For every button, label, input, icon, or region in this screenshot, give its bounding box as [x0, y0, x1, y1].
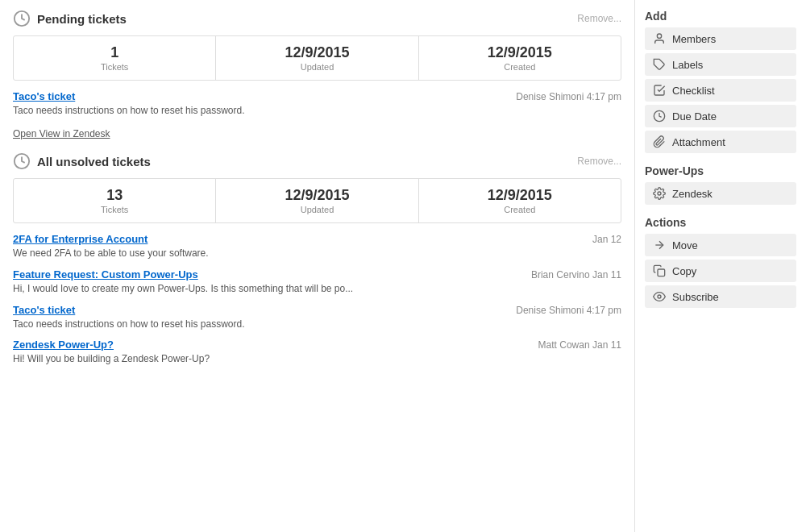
unsolved-ticket-2: Taco's ticket Denise Shimoni 4:17 pm Tac…: [13, 304, 621, 331]
paperclip-icon: [653, 135, 666, 148]
unsolved-ticket-2-desc: Taco needs instructions on how to reset …: [13, 318, 569, 331]
pending-stats-row: 1 Tickets 12/9/2015 Updated 12/9/2015 Cr…: [13, 35, 621, 81]
gear-icon: [653, 187, 666, 200]
pending-tickets-value: 1: [20, 44, 209, 62]
add-attachment-button[interactable]: Attachment: [645, 131, 796, 153]
unsolved-icon: [13, 152, 31, 170]
pending-stat-updated: 12/9/2015 Updated: [216, 36, 418, 80]
pending-title: Pending tickets: [37, 12, 577, 26]
unsolved-ticket-3: Zendesk Power-Up? Matt Cowan Jan 11 Hi! …: [13, 339, 621, 366]
pending-tickets-label: Tickets: [20, 62, 209, 72]
actions-subscribe-button[interactable]: Subscribe: [645, 285, 796, 308]
add-due-date-button[interactable]: Due Date: [645, 105, 796, 127]
svg-point-2: [657, 34, 661, 38]
unsolved-ticket-3-meta: Matt Cowan Jan 11: [538, 339, 621, 351]
powerups-section-title: Power-Ups: [645, 164, 796, 177]
add-due-date-label: Due Date: [672, 110, 717, 123]
pending-section-header: Pending tickets Remove...: [13, 10, 621, 27]
unsolved-tickets-value: 13: [20, 187, 209, 205]
unsolved-updated-value: 12/9/2015: [222, 187, 411, 205]
pending-created-value: 12/9/2015: [426, 44, 614, 62]
open-view-link[interactable]: Open View in Zendesk: [13, 128, 110, 139]
powerups-zendesk-button[interactable]: Zendesk: [645, 182, 796, 205]
pending-ticket-0-desc: Taco needs instructions on how to reset …: [13, 104, 569, 118]
clock-icon: [653, 110, 666, 123]
unsolved-stat-tickets: 13 Tickets: [14, 179, 216, 222]
svg-rect-7: [658, 269, 665, 276]
unsolved-remove-link[interactable]: Remove...: [577, 156, 621, 167]
unsolved-ticket-1-desc: Hi, I would love to create my own Power-…: [13, 282, 569, 296]
pending-icon: [13, 10, 31, 27]
arrow-icon: [653, 239, 666, 251]
actions-section-title: Actions: [645, 216, 796, 229]
sidebar: Add Members Labels Checklist Due Date: [635, 0, 806, 532]
copy-icon: [653, 264, 666, 277]
add-attachment-label: Attachment: [672, 136, 725, 148]
checklist-icon: [653, 84, 666, 97]
unsolved-ticket-0: 2FA for Enterprise Account Jan 12 We nee…: [13, 233, 621, 260]
unsolved-ticket-3-desc: Hi! Will you be building a Zendesk Power…: [13, 352, 569, 366]
unsolved-stat-updated: 12/9/2015 Updated: [216, 179, 418, 222]
actions-copy-label: Copy: [672, 265, 696, 277]
eye-icon: [653, 290, 666, 303]
unsolved-stat-created: 12/9/2015 Created: [419, 179, 621, 222]
add-checklist-button[interactable]: Checklist: [645, 79, 796, 102]
pending-updated-label: Updated: [222, 62, 411, 72]
unsolved-ticket-0-title[interactable]: 2FA for Enterprise Account: [13, 233, 147, 245]
unsolved-created-label: Created: [426, 205, 614, 214]
pending-ticket-0-meta: Denise Shimoni 4:17 pm: [516, 91, 621, 102]
pending-updated-value: 12/9/2015: [222, 44, 411, 62]
pending-ticket-0: Taco's ticket Denise Shimoni 4:17 pm Tac…: [13, 90, 621, 118]
unsolved-ticket-1-meta: Brian Cervino Jan 11: [531, 269, 621, 281]
tag-icon: [653, 58, 666, 71]
main-content: Pending tickets Remove... 1 Tickets 12/9…: [0, 0, 635, 532]
actions-move-button[interactable]: Move: [645, 234, 796, 256]
person-icon: [653, 32, 666, 45]
add-labels-button[interactable]: Labels: [645, 53, 796, 76]
pending-stat-tickets: 1 Tickets: [14, 36, 216, 80]
unsolved-section-header: All unsolved tickets Remove...: [13, 152, 621, 170]
svg-point-5: [658, 192, 661, 195]
pending-created-label: Created: [426, 62, 614, 72]
pending-ticket-0-title[interactable]: Taco's ticket: [13, 90, 75, 102]
pending-stat-created: 12/9/2015 Created: [419, 36, 621, 80]
unsolved-ticket-1: Feature Request: Custom Power-Ups Brian …: [13, 268, 621, 296]
powerups-zendesk-label: Zendesk: [672, 188, 713, 200]
unsolved-ticket-3-title[interactable]: Zendesk Power-Up?: [13, 339, 114, 351]
pending-remove-link[interactable]: Remove...: [577, 13, 621, 24]
add-checklist-label: Checklist: [672, 85, 715, 97]
svg-point-8: [658, 295, 661, 298]
unsolved-created-value: 12/9/2015: [426, 187, 614, 205]
unsolved-title: All unsolved tickets: [37, 155, 577, 168]
unsolved-ticket-0-desc: We need 2FA to be able to use your softw…: [13, 247, 569, 260]
unsolved-ticket-2-meta: Denise Shimoni 4:17 pm: [516, 305, 621, 316]
add-members-label: Members: [672, 33, 716, 45]
unsolved-ticket-1-title[interactable]: Feature Request: Custom Power-Ups: [13, 268, 198, 281]
actions-move-label: Move: [672, 239, 698, 251]
unsolved-updated-label: Updated: [222, 205, 411, 214]
add-members-button[interactable]: Members: [645, 27, 796, 50]
unsolved-ticket-0-meta: Jan 12: [592, 234, 621, 245]
unsolved-ticket-2-title[interactable]: Taco's ticket: [13, 304, 75, 316]
unsolved-stats-row: 13 Tickets 12/9/2015 Updated 12/9/2015 C…: [13, 178, 621, 223]
actions-subscribe-label: Subscribe: [672, 291, 719, 303]
add-section-title: Add: [645, 10, 796, 23]
add-labels-label: Labels: [672, 59, 703, 71]
unsolved-tickets-label: Tickets: [20, 205, 209, 214]
actions-copy-button[interactable]: Copy: [645, 260, 796, 282]
